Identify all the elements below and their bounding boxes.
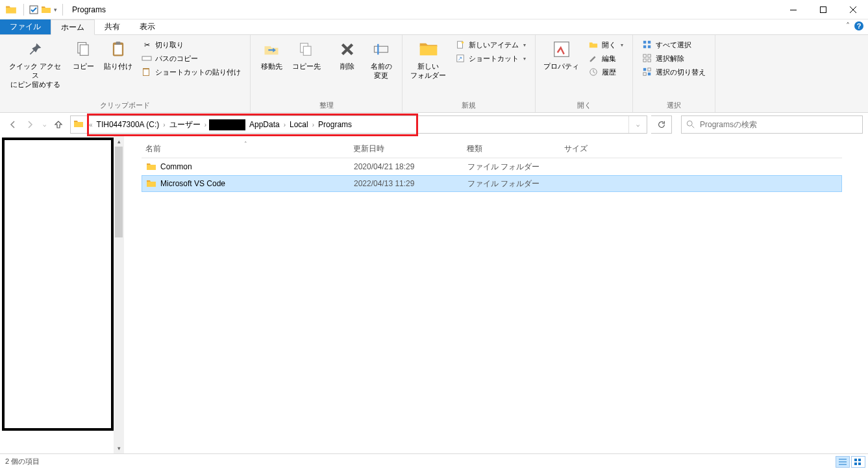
svg-rect-37 bbox=[854, 463, 857, 465]
window-title: Programs bbox=[72, 5, 106, 14]
properties-button[interactable]: プロパティ bbox=[539, 36, 583, 71]
svg-rect-31 bbox=[648, 68, 651, 71]
rename-button[interactable]: 名前の 変更 bbox=[364, 36, 398, 80]
chevron-right-icon[interactable]: › bbox=[312, 121, 314, 128]
breadcrumb-appdata[interactable]: AppData bbox=[247, 116, 282, 133]
tab-file[interactable]: ファイル bbox=[0, 19, 51, 34]
chevron-right-icon[interactable]: › bbox=[205, 121, 206, 128]
copy-to-button[interactable]: コピー先 bbox=[288, 36, 325, 71]
breadcrumb-local[interactable]: Local bbox=[287, 116, 311, 133]
pin-to-quick-access-button[interactable]: クイック アクセス にピン留めする bbox=[4, 36, 66, 89]
svg-rect-15 bbox=[375, 46, 388, 52]
file-row[interactable]: Common2020/04/21 18:29ファイル フォルダー bbox=[142, 158, 842, 175]
copy-path-button[interactable]: パスのコピー bbox=[139, 53, 243, 64]
scroll-up-icon[interactable]: ▴ bbox=[114, 136, 124, 147]
view-details-button[interactable] bbox=[836, 456, 850, 468]
svg-rect-10 bbox=[142, 56, 151, 60]
history-button[interactable]: 履歴 bbox=[586, 66, 626, 78]
search-icon bbox=[682, 120, 700, 129]
delete-button[interactable]: 削除 bbox=[330, 36, 364, 71]
select-none-button[interactable]: 選択解除 bbox=[639, 53, 708, 64]
chevron-right-icon[interactable]: › bbox=[284, 121, 286, 128]
tab-home[interactable]: ホーム bbox=[51, 19, 95, 35]
navigation-bar: ⌵ « TIH0447300A (C:) › ユーザー › AppData › … bbox=[0, 113, 868, 136]
scissors-icon: ✂ bbox=[142, 40, 152, 50]
group-label-clipboard: クリップボード bbox=[4, 99, 246, 112]
breadcrumb-users[interactable]: ユーザー bbox=[167, 116, 203, 133]
forward-button[interactable] bbox=[22, 117, 38, 132]
minimize-button[interactable] bbox=[778, 0, 808, 19]
svg-rect-6 bbox=[80, 45, 88, 55]
up-button[interactable] bbox=[51, 117, 66, 132]
navigation-pane[interactable]: ▴ ▾ bbox=[0, 136, 117, 453]
svg-rect-8 bbox=[114, 45, 122, 54]
collapse-ribbon-icon[interactable]: ˄ bbox=[846, 21, 850, 30]
column-name[interactable]: 名前˄ bbox=[142, 143, 349, 154]
group-label-new: 新規 bbox=[406, 99, 531, 112]
breadcrumb-programs[interactable]: Programs bbox=[316, 116, 354, 133]
sort-indicator-icon: ˄ bbox=[244, 141, 247, 147]
scroll-down-icon[interactable]: ▾ bbox=[114, 443, 124, 453]
svg-rect-30 bbox=[643, 68, 646, 71]
search-box[interactable] bbox=[681, 115, 863, 134]
close-button[interactable] bbox=[838, 0, 868, 19]
folder-icon bbox=[146, 162, 156, 172]
chevron-right-icon[interactable]: › bbox=[163, 121, 165, 128]
column-date[interactable]: 更新日時 bbox=[349, 143, 463, 154]
svg-rect-25 bbox=[648, 45, 651, 48]
nav-scrollbar[interactable]: ▴ ▾ bbox=[114, 136, 124, 453]
ribbon: クイック アクセス にピン留めする コピー 貼り付け ✂切り取り パスのコピー … bbox=[0, 35, 868, 113]
column-type[interactable]: 種類 bbox=[463, 143, 560, 154]
breadcrumb-drive[interactable]: TIH0447300A (C:) bbox=[94, 116, 162, 133]
svg-rect-36 bbox=[858, 459, 861, 461]
tab-view[interactable]: 表示 bbox=[130, 19, 165, 34]
copy-button[interactable]: コピー bbox=[66, 36, 100, 71]
move-to-icon bbox=[261, 39, 282, 60]
search-input[interactable] bbox=[700, 120, 862, 129]
move-to-button[interactable]: 移動先 bbox=[254, 36, 288, 71]
qat-checkbox-icon[interactable] bbox=[29, 5, 38, 14]
address-bar[interactable]: « TIH0447300A (C:) › ユーザー › AppData › Lo… bbox=[70, 115, 647, 134]
column-size[interactable]: サイズ bbox=[560, 143, 638, 154]
delete-icon bbox=[337, 39, 358, 60]
qat-folder-icon[interactable] bbox=[41, 5, 51, 15]
address-dropdown-button[interactable]: ⌵ bbox=[628, 116, 647, 133]
paste-shortcut-icon bbox=[142, 67, 152, 77]
svg-rect-24 bbox=[643, 45, 646, 48]
recent-locations-button[interactable]: ⌵ bbox=[39, 117, 49, 132]
svg-rect-1 bbox=[790, 10, 797, 10]
paste-shortcut-button[interactable]: ショートカットの貼り付け bbox=[139, 66, 243, 78]
open-button[interactable]: 開く▾ bbox=[586, 39, 626, 51]
svg-rect-9 bbox=[116, 42, 121, 45]
svg-rect-26 bbox=[643, 54, 646, 57]
new-item-button[interactable]: 新しいアイテム▾ bbox=[453, 39, 528, 51]
address-folder-icon bbox=[73, 119, 85, 130]
svg-rect-29 bbox=[648, 59, 651, 62]
properties-icon bbox=[551, 39, 572, 60]
paste-button[interactable]: 貼り付け bbox=[100, 36, 136, 71]
maximize-button[interactable] bbox=[808, 0, 838, 19]
title-bar: ▾ Programs bbox=[0, 0, 868, 19]
qat-dropdown-icon[interactable]: ▾ bbox=[54, 6, 57, 13]
new-folder-button[interactable]: 新しい フォルダー bbox=[406, 36, 450, 80]
cut-button[interactable]: ✂切り取り bbox=[139, 39, 243, 51]
back-button[interactable] bbox=[5, 117, 21, 132]
edit-button[interactable]: 編集 bbox=[586, 53, 626, 64]
new-shortcut-button[interactable]: ショートカット▾ bbox=[453, 53, 528, 64]
svg-rect-38 bbox=[858, 463, 861, 465]
chevron-icon[interactable]: « bbox=[89, 121, 93, 128]
quick-access-toolbar: ▾ bbox=[21, 4, 66, 16]
invert-selection-button[interactable]: 選択の切り替え bbox=[639, 66, 708, 78]
file-row[interactable]: Microsoft VS Code2022/04/13 11:29ファイル フォ… bbox=[142, 175, 842, 192]
svg-text:?: ? bbox=[857, 22, 862, 30]
select-all-button[interactable]: すべて選択 bbox=[639, 39, 708, 51]
breadcrumb-user-redacted bbox=[209, 119, 245, 130]
pin-icon bbox=[25, 39, 45, 60]
tab-share[interactable]: 共有 bbox=[95, 19, 130, 34]
scrollbar-thumb[interactable] bbox=[115, 147, 123, 237]
refresh-button[interactable] bbox=[651, 115, 672, 134]
view-large-icons-button[interactable] bbox=[851, 456, 865, 468]
help-icon[interactable]: ? bbox=[854, 21, 864, 31]
main-area: ▴ ▾ 名前˄ 更新日時 種類 サイズ Common2020/04/21 18:… bbox=[0, 136, 868, 453]
select-all-icon bbox=[642, 40, 652, 50]
